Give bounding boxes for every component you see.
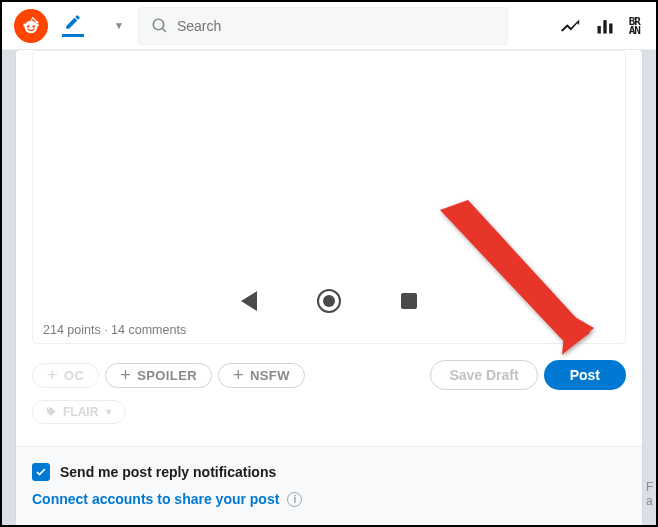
spoiler-tag[interactable]: + SPOILER [105, 363, 212, 388]
play-icon[interactable] [241, 291, 257, 311]
spoiler-label: SPOILER [137, 368, 197, 383]
oc-tag: + OC [32, 363, 99, 388]
check-icon [35, 466, 47, 478]
search-bar[interactable] [138, 7, 508, 45]
flair-row: FLAIR ▼ [32, 400, 626, 424]
reddit-alien-icon [20, 15, 42, 37]
top-header: ▼ BRAN [2, 2, 656, 50]
create-post-icon[interactable] [62, 15, 84, 37]
nsfw-tag[interactable]: + NSFW [218, 363, 305, 388]
header-right: BRAN [559, 15, 644, 37]
tag-icon [45, 406, 57, 418]
chevron-down-icon: ▼ [104, 407, 113, 417]
search-input[interactable] [177, 18, 495, 34]
tag-row: + OC + SPOILER + NSFW Save Draft Post [32, 360, 626, 390]
svg-rect-8 [597, 26, 600, 34]
svg-point-4 [23, 23, 26, 26]
svg-point-2 [32, 25, 35, 28]
stop-icon[interactable] [401, 293, 417, 309]
plus-icon: + [47, 368, 58, 382]
svg-rect-9 [603, 20, 606, 33]
content-preview: 214 points · 14 comments [32, 50, 626, 344]
cropped-text: Fa [646, 480, 654, 508]
post-card: 214 points · 14 comments + OC + SPOILER … [16, 50, 642, 525]
plus-icon: + [120, 368, 131, 382]
save-draft-button: Save Draft [430, 360, 537, 390]
oc-label: OC [64, 368, 84, 383]
connect-row[interactable]: Connect accounts to share your post i [32, 491, 626, 507]
qr-icon[interactable]: BRAN [629, 17, 640, 35]
svg-point-1 [27, 25, 30, 28]
flair-tag: FLAIR ▼ [32, 400, 126, 424]
notify-label: Send me post reply notifications [60, 464, 276, 480]
post-meta: 214 points · 14 comments [43, 323, 186, 337]
reddit-logo[interactable] [14, 9, 48, 43]
svg-point-6 [153, 19, 164, 30]
player-controls [241, 289, 417, 313]
svg-rect-10 [609, 23, 612, 33]
svg-line-7 [162, 28, 166, 32]
notify-checkbox[interactable] [32, 463, 50, 481]
svg-point-0 [25, 20, 38, 33]
info-icon[interactable]: i [287, 492, 302, 507]
footer: Send me post reply notifications Connect… [16, 446, 642, 525]
flair-label: FLAIR [63, 405, 98, 419]
nsfw-label: NSFW [250, 368, 290, 383]
record-icon[interactable] [317, 289, 341, 313]
search-icon [151, 17, 169, 35]
page-background: 214 points · 14 comments + OC + SPOILER … [2, 50, 656, 525]
svg-point-5 [36, 23, 39, 26]
trending-icon[interactable] [559, 15, 581, 37]
chevron-down-icon[interactable]: ▼ [114, 20, 124, 31]
plus-icon: + [233, 368, 244, 382]
chart-icon[interactable] [595, 16, 615, 36]
connect-label: Connect accounts to share your post [32, 491, 279, 507]
post-button[interactable]: Post [544, 360, 626, 390]
notify-row[interactable]: Send me post reply notifications [32, 463, 626, 481]
